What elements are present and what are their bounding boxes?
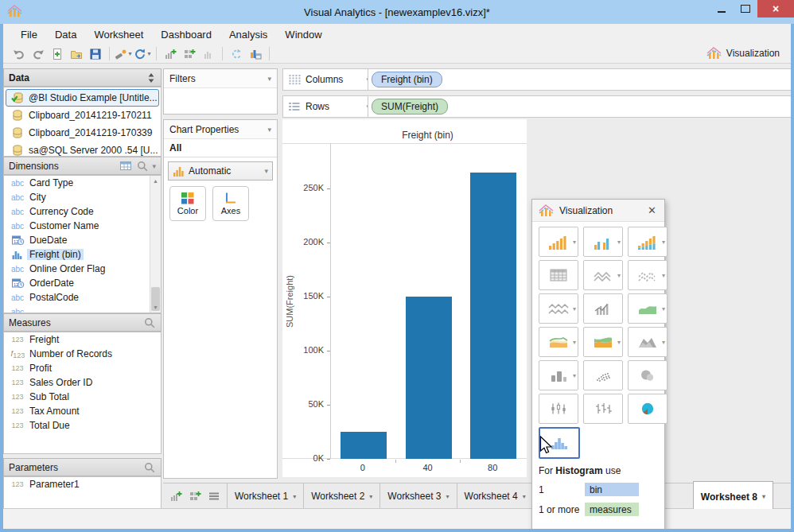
measure-item[interactable]: 123Freight: [4, 332, 161, 347]
dropdown-arrow-icon[interactable]: ▾: [573, 372, 576, 379]
add-dashboard-button[interactable]: [180, 45, 199, 62]
redo-button[interactable]: [29, 45, 48, 62]
menu-file[interactable]: File: [13, 25, 45, 44]
chart-bar[interactable]: [406, 297, 452, 459]
measure-item[interactable]: 123Tax Amount: [4, 404, 161, 418]
dropdown-arrow-icon[interactable]: ▾: [573, 239, 576, 246]
dropdown-arrow-icon[interactable]: ▾: [662, 339, 665, 346]
dimension-item[interactable]: 12OrderDate: [4, 276, 150, 290]
new-file-button[interactable]: [48, 45, 67, 62]
viz-type-column[interactable]: ▾: [539, 227, 578, 257]
save-button[interactable]: [86, 45, 105, 62]
dropdown-arrow-icon[interactable]: ▾: [573, 339, 576, 346]
data-wand-button[interactable]: ▾: [114, 45, 133, 62]
menu-data[interactable]: Data: [47, 25, 84, 44]
dropdown-arrow-icon[interactable]: ▾: [662, 272, 665, 279]
chart-type-select[interactable]: Automatic ▾: [168, 161, 273, 181]
dimension-item[interactable]: abcCard Type: [4, 176, 150, 190]
viz-type-column-compare[interactable]: ▾: [583, 227, 623, 257]
columns-shelf-label[interactable]: Columns ▾: [282, 68, 376, 91]
worksheet-tab[interactable]: Worksheet 1▾: [228, 483, 304, 509]
rotate-layout-button[interactable]: [227, 45, 246, 62]
viz-type-mountain[interactable]: ▾: [628, 327, 668, 357]
dimension-item[interactable]: abcCurrency Code: [4, 204, 150, 219]
viz-type-scatter[interactable]: [583, 360, 623, 390]
filters-collapse-arrow-icon[interactable]: ▾: [267, 75, 271, 83]
viz-type-candlestick[interactable]: [539, 394, 578, 424]
dimension-item[interactable]: abcPostalCode: [4, 290, 150, 305]
maximize-button[interactable]: [734, 0, 757, 17]
menu-worksheet[interactable]: Worksheet: [86, 25, 151, 44]
chart-properties-collapse-arrow-icon[interactable]: ▾: [267, 126, 271, 134]
tab-menu-arrow-icon[interactable]: ▾: [762, 493, 765, 500]
columns-shelf[interactable]: Freight (bin): [368, 68, 792, 91]
data-connection[interactable]: Clipboard_20141219-170211: [6, 107, 159, 124]
tab-menu-arrow-icon[interactable]: ▾: [523, 493, 526, 500]
data-connection[interactable]: Clipboard_20141219-170339: [6, 124, 159, 142]
viz-type-pie[interactable]: [628, 394, 668, 424]
sort-updown-icon[interactable]: [146, 72, 156, 83]
viz-type-area-overlap[interactable]: ▾: [539, 327, 578, 357]
color-button[interactable]: Color: [169, 186, 206, 221]
viz-type-table[interactable]: [539, 260, 578, 290]
minimize-button[interactable]: [710, 0, 734, 17]
search-icon[interactable]: [143, 461, 156, 474]
close-icon[interactable]: ✕: [646, 204, 658, 216]
list-menu-button[interactable]: [208, 490, 220, 503]
dimensions-menu-arrow-icon[interactable]: ▾: [152, 162, 156, 170]
add-worksheet-button[interactable]: [169, 490, 182, 503]
dimension-item[interactable]: Freight (bin): [4, 247, 150, 262]
chart-window-button[interactable]: [246, 45, 265, 62]
dimension-item[interactable]: abc: [4, 305, 150, 313]
viz-type-hlc[interactable]: [583, 394, 623, 424]
dropdown-arrow-icon[interactable]: ▾: [147, 50, 150, 57]
dropdown-arrow-icon[interactable]: ▾: [617, 272, 621, 279]
axes-button[interactable]: Axes: [212, 186, 249, 221]
scroll-up-icon[interactable]: ▲: [150, 176, 161, 186]
viz-type-block-bar[interactable]: ▾: [539, 360, 578, 390]
viz-type-column-stacked[interactable]: ▾: [628, 227, 668, 257]
measure-item[interactable]: ƒ123Number of Records: [4, 347, 161, 361]
dimension-item[interactable]: abcCity: [4, 190, 150, 204]
dimensions-scrollbar[interactable]: ▲ ▼: [150, 176, 161, 313]
worksheet-tab[interactable]: Worksheet 4▾: [457, 483, 534, 509]
undo-button[interactable]: [10, 45, 29, 62]
scroll-down-icon[interactable]: ▼: [150, 302, 161, 313]
viz-type-area-stacked[interactable]: ▾: [583, 327, 623, 357]
rows-shelf-label[interactable]: Rows ▾: [282, 95, 376, 118]
dropdown-arrow-icon[interactable]: ▾: [128, 50, 131, 57]
visualization-button[interactable]: Visualization: [702, 45, 784, 62]
open-folder-button[interactable]: [67, 45, 86, 62]
dimension-item[interactable]: abcCustomer Name: [4, 219, 150, 233]
viz-type-line-dashed[interactable]: ▾: [628, 260, 668, 290]
viz-type-pareto[interactable]: [583, 293, 623, 324]
refresh-button[interactable]: ▾: [133, 45, 152, 62]
close-button[interactable]: ×: [757, 0, 794, 17]
search-icon[interactable]: [136, 160, 149, 173]
measure-item[interactable]: 123Profit: [4, 361, 161, 375]
measure-item[interactable]: 123Sales Order ID: [4, 375, 161, 390]
menu-window[interactable]: Window: [277, 25, 329, 44]
add-dashboard-button[interactable]: [189, 490, 201, 503]
viz-type-line[interactable]: ▾: [583, 260, 623, 290]
dropdown-arrow-icon[interactable]: ▾: [617, 239, 621, 246]
chart-bar[interactable]: [341, 432, 387, 459]
dropdown-arrow-icon[interactable]: ▾: [662, 305, 665, 313]
shelf-pill[interactable]: SUM(Freight): [372, 99, 448, 115]
dropdown-arrow-icon[interactable]: ▾: [573, 305, 576, 313]
dimension-item[interactable]: 12DueDate: [4, 233, 150, 247]
menu-analysis[interactable]: Analysis: [221, 25, 275, 44]
measure-item[interactable]: 123Sub Total: [4, 390, 161, 404]
menu-dashboard[interactable]: Dashboard: [153, 25, 220, 44]
viz-type-area[interactable]: ▾: [628, 293, 668, 324]
tab-menu-arrow-icon[interactable]: ▾: [446, 493, 450, 500]
chart-bar[interactable]: [470, 173, 516, 459]
dropdown-arrow-icon[interactable]: ▾: [662, 239, 665, 246]
worksheet-tab[interactable]: Worksheet 8▾: [693, 481, 773, 509]
measure-item[interactable]: 123Total Due: [4, 418, 161, 433]
add-worksheet-button[interactable]: [161, 45, 180, 62]
dimension-item[interactable]: abcOnline Order Flag: [4, 262, 150, 276]
rows-shelf[interactable]: SUM(Freight): [368, 95, 792, 118]
viz-type-bubble[interactable]: [628, 360, 668, 390]
tab-menu-arrow-icon[interactable]: ▾: [369, 493, 372, 500]
